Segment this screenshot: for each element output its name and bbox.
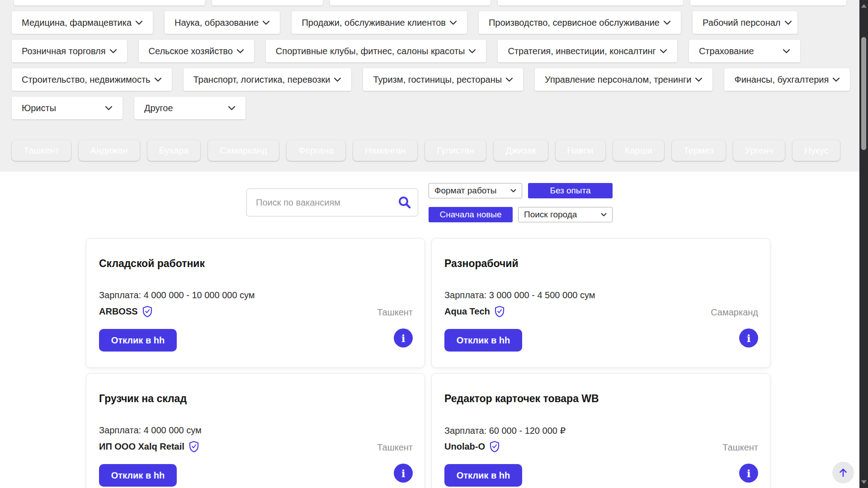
category-chip-lawyers[interactable]: Юристы [12, 97, 123, 119]
verified-shield-icon [142, 305, 153, 318]
vacancy-salary: Зарплата: 3 000 000 - 4 500 000 сум [444, 290, 595, 300]
no-experience-button[interactable]: Без опыта [528, 183, 613, 198]
arrow-up-icon [837, 467, 849, 479]
chevron-down-icon [262, 20, 270, 25]
city-button-karshi[interactable]: Карши [613, 140, 664, 161]
browser-scrollbar[interactable] [859, 0, 868, 488]
apply-hh-button[interactable]: Отклик в hh [99, 329, 177, 352]
city-button-navoi[interactable]: Навои [556, 140, 605, 161]
category-chip-tourism[interactable]: Туризм, гостиницы, рестораны [363, 68, 523, 91]
category-chip-label: Наука, образование [175, 18, 259, 28]
chevron-down-icon [236, 49, 244, 54]
vacancy-card: Складской работник Зарплата: 4 000 000 -… [86, 238, 425, 368]
info-button[interactable]: i [739, 328, 758, 347]
vacancy-salary: Зарплата: 60 000 - 120 000 ₽ [444, 425, 566, 436]
category-chip-label: Продажи, обслуживание клиентов [302, 18, 446, 28]
info-icon: i [747, 468, 751, 479]
apply-hh-button[interactable]: Отклик в hh [444, 329, 522, 352]
cutoff-filter-chip[interactable] [14, 0, 205, 5]
category-chip-label: Стратегия, инвестиции, консалтинг [508, 46, 656, 56]
city-button-andijan[interactable]: Андижан [79, 140, 140, 161]
cutoff-filter-row [14, 0, 868, 5]
scrollbar-thumb[interactable] [861, 37, 866, 150]
category-chip-construction[interactable]: Строительство, недвижимость [12, 68, 172, 91]
info-button[interactable]: i [394, 328, 413, 347]
apply-hh-button[interactable]: Отклик в hh [99, 464, 177, 487]
category-chip-label: Рабочий персонал [703, 18, 781, 28]
vacancy-company: Aqua Tech [444, 306, 490, 317]
cutoff-filter-chip[interactable] [330, 0, 491, 5]
info-button[interactable]: i [394, 464, 413, 483]
category-chip-sales[interactable]: Продажи, обслуживание клиентов [292, 11, 467, 34]
vacancy-title: Грузчик на склад [99, 393, 187, 405]
city-button-namangan[interactable]: Наманган [353, 140, 418, 161]
city-button-jizzakh[interactable]: Джизак [494, 140, 547, 161]
chevron-down-icon [109, 49, 117, 54]
vacancy-title: Редактор карточек товара WB [444, 393, 599, 405]
chevron-down-icon [468, 49, 476, 54]
work-format-select[interactable]: Формат работы [429, 183, 522, 198]
city-button-fergana[interactable]: Фергана [287, 140, 345, 161]
cutoff-filter-chip[interactable] [498, 0, 683, 5]
cutoff-filter-chip[interactable] [690, 0, 846, 5]
city-button-urgench[interactable]: Ургенч [733, 140, 785, 161]
category-chip-insurance[interactable]: Страхование [689, 40, 800, 62]
city-button-termez[interactable]: Термез [672, 140, 726, 161]
city-button-nukus[interactable]: Нукус [793, 140, 840, 161]
work-format-select-value: Формат работы [434, 186, 496, 196]
category-chip-label: Спортивные клубы, фитнес, салоны красоты [276, 46, 465, 56]
vacancy-title: Складской работник [99, 258, 205, 270]
newest-first-button[interactable]: Сначала новые [429, 207, 513, 222]
category-chip-label: Страхование [699, 46, 754, 56]
verified-shield-icon [489, 441, 500, 453]
category-chip-label: Финансы, бухгалтерия [734, 75, 829, 85]
city-search-select[interactable]: Поиск города [518, 207, 613, 222]
cities-row: Ташкент Андижан Бухара Самарканд Фергана… [12, 140, 868, 161]
verified-shield-icon [189, 441, 199, 453]
chevron-down-icon [449, 20, 457, 25]
category-chip-label: Другое [144, 103, 173, 113]
search-section: Формат работы Без опыта Сначала новые По… [0, 172, 868, 238]
vacancy-city: Самарканд [711, 307, 758, 318]
vacancy-city: Ташкент [377, 442, 413, 453]
category-chip-science[interactable]: Наука, образование [165, 11, 280, 34]
category-chip-strategy[interactable]: Стратегия, инвестиции, консалтинг [498, 40, 677, 62]
category-chip-hr[interactable]: Управление персоналом, тренинги [535, 68, 712, 91]
vacancy-title: Разнорабочий [444, 258, 519, 270]
category-chip-transport[interactable]: Транспорт, логистика, перевозки [184, 68, 352, 91]
info-icon: i [401, 333, 406, 343]
scrollbar-up-arrow-icon[interactable] [861, 4, 867, 8]
category-chip-finance[interactable]: Финансы, бухгалтерия [724, 68, 850, 91]
category-chip-medicine[interactable]: Медицина, фармацевтика [12, 11, 153, 34]
apply-hh-button[interactable]: Отклик в hh [444, 464, 522, 487]
info-button[interactable]: i [739, 464, 758, 483]
city-button-gulistan[interactable]: Гулистан [425, 140, 486, 161]
category-chip-sports[interactable]: Спортивные клубы, фитнес, салоны красоты [266, 40, 486, 62]
category-chip-agriculture[interactable]: Сельское хозяйство [139, 40, 254, 62]
chevron-down-icon [783, 49, 790, 54]
chevron-down-icon [663, 20, 671, 25]
category-chip-label: Юристы [22, 103, 56, 113]
chevron-down-icon [832, 77, 840, 82]
category-chip-other[interactable]: Другое [134, 97, 245, 119]
category-chip-retail[interactable]: Розничная торговля [12, 40, 127, 62]
city-button-bukhara[interactable]: Бухара [147, 140, 201, 161]
category-chip-label: Транспорт, логистика, перевозки [193, 75, 330, 85]
vacancy-card: Грузчик на склад Зарплата: 4 000 000 сум… [86, 373, 425, 488]
category-chip-production[interactable]: Производство, сервисное обслуживание [479, 11, 681, 34]
chevron-down-icon [510, 189, 516, 192]
chevron-down-icon [784, 20, 792, 25]
vacancy-search-input[interactable] [246, 188, 418, 216]
vacancy-city: Ташкент [377, 307, 413, 318]
city-button-samarkand[interactable]: Самарканд [208, 140, 279, 161]
city-button-tashkent[interactable]: Ташкент [12, 140, 71, 161]
scrollbar-down-arrow-icon[interactable] [861, 480, 867, 484]
scroll-to-top-button[interactable] [832, 462, 854, 483]
chevron-down-icon [334, 77, 341, 82]
cutoff-filter-chip[interactable] [212, 0, 323, 5]
category-chip-workers[interactable]: Рабочий персонал [693, 11, 797, 34]
search-icon[interactable] [397, 195, 412, 210]
category-chip-label: Управление персоналом, тренинги [545, 75, 691, 85]
category-chip-label: Туризм, гостиницы, рестораны [373, 75, 502, 85]
chevron-down-icon [154, 77, 162, 82]
